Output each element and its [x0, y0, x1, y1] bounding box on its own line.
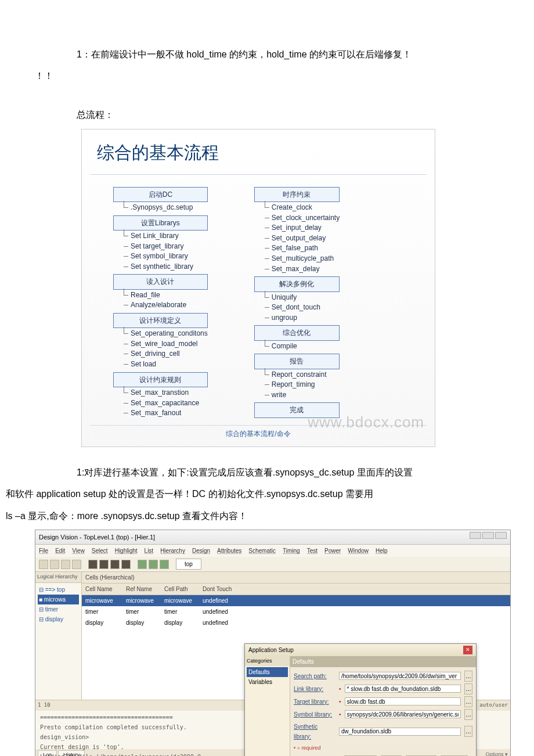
browse-icon[interactable]: … — [464, 696, 472, 707]
symbol-library-input[interactable] — [345, 710, 461, 718]
menu-view[interactable]: View — [72, 546, 85, 556]
tree-display[interactable]: ⊟ display — [38, 614, 79, 624]
fbox-timing: 时序约束 — [254, 187, 340, 202]
menu-schematic[interactable]: Schematic — [248, 546, 276, 556]
browse-icon[interactable]: … — [464, 683, 472, 694]
tree-top[interactable]: ⊟ ==> top — [38, 585, 79, 595]
maximize-icon[interactable] — [482, 532, 494, 539]
table-row[interactable]: timer timer timer undefined — [82, 606, 510, 617]
view-icon-2[interactable] — [99, 560, 109, 569]
toolbar: top — [35, 557, 510, 572]
view-icon-1[interactable] — [88, 560, 98, 569]
nav-icon-3[interactable] — [160, 560, 169, 569]
flowchart-left-column: 启动DC .Synopsys_dc.setup 设置Librarys Set L… — [113, 185, 208, 418]
dialog-categories: Categories Defaults Variables — [245, 656, 290, 756]
menu-select[interactable]: Select — [92, 546, 108, 556]
tree-timer[interactable]: ⊟ timer — [38, 604, 79, 614]
dialog-title: Application Setup — [248, 645, 294, 655]
p3c: ls –a 显示,命令：more .synopsys.dc.setup 查看文件… — [6, 511, 247, 521]
symbol-library-label: Symbol library: — [294, 710, 335, 719]
browse-icon[interactable]: … — [464, 671, 472, 682]
fbox-opt: 综合优化 — [254, 325, 340, 340]
table-mode[interactable]: Cells (Hierarchical) — [82, 572, 140, 583]
menu-edit[interactable]: Edit — [55, 546, 65, 556]
nav-icon-2[interactable] — [149, 560, 158, 569]
menu-hierarchy[interactable]: Hierarchy — [160, 546, 185, 556]
fbox-set-libs: 设置Librarys — [113, 215, 208, 231]
tool-icon[interactable] — [72, 560, 81, 569]
window-title: Design Vision - TopLevel.1 (top) - [Hier… — [35, 530, 510, 545]
browse-icon[interactable]: … — [464, 726, 472, 737]
search-path-label: Search path: — [294, 671, 335, 681]
menu-list[interactable]: List — [145, 546, 154, 556]
flowchart-title: 综合的基本流程 — [90, 135, 427, 175]
view-icon-3[interactable] — [110, 560, 120, 569]
p-overflow: 总流程： — [58, 107, 499, 123]
browse-icon[interactable]: … — [464, 709, 472, 720]
fbox-report: 报告 — [254, 354, 340, 369]
cat-defaults[interactable]: Defaults — [247, 667, 288, 677]
menu-design[interactable]: Design — [192, 546, 210, 556]
view-icon-4[interactable] — [121, 560, 131, 569]
tree-microwave[interactable]: ■ microwa — [38, 595, 79, 604]
flowchart-footer: 综合的基本流程/命令 — [90, 425, 427, 440]
table-row[interactable]: microwave microwave microwave undefined — [82, 595, 510, 606]
menu-test[interactable]: Test — [307, 546, 317, 556]
fbox-env: 设计环境定义 — [113, 313, 208, 328]
minimize-icon[interactable] — [470, 532, 481, 539]
synthetic-library-input[interactable] — [339, 728, 461, 736]
open-icon[interactable] — [39, 560, 48, 569]
dialog-close-icon[interactable]: ✕ — [463, 646, 472, 654]
menu-bar[interactable]: File Edit View Select Highlight List Hie… — [35, 545, 510, 557]
target-library-label: Target library: — [294, 697, 335, 707]
menu-power[interactable]: Power — [324, 546, 341, 556]
menu-attributes[interactable]: Attributes — [217, 546, 241, 556]
application-setup-dialog: Application Setup ✕ Categories Defaults … — [244, 643, 477, 756]
menu-file[interactable]: File — [39, 546, 48, 556]
p3b: 和软件 application setup 处的设置是否一样！DC 的初始化文件… — [6, 489, 373, 499]
menu-highlight[interactable]: Highlight — [115, 546, 138, 556]
flowchart-image: 综合的基本流程 启动DC .Synopsys_dc.setup 设置Librar… — [81, 129, 435, 448]
p1b: ！！ — [35, 71, 53, 81]
menu-help[interactable]: Help — [376, 546, 388, 556]
hierarchy-tree[interactable]: Logical Hierarchy ⊟ ==> top ■ microwa ⊟ … — [35, 572, 82, 700]
required-note: = required — [294, 744, 472, 753]
link-library-input[interactable] — [345, 685, 461, 693]
print-icon[interactable] — [61, 560, 70, 569]
screenshot: Design Vision - TopLevel.1 (top) - [Hier… — [35, 530, 511, 756]
fbox-constraints: 设计约束规则 — [113, 372, 208, 387]
p1: 1：在前端设计中一般不做 hold_time 的约束，hold_time 的约束… — [77, 49, 412, 59]
menu-window[interactable]: Window — [348, 546, 369, 556]
menu-timing[interactable]: Timing — [283, 546, 300, 556]
flowchart-right-column: 时序约束 Create_clock Set_clock_uncertainty … — [254, 185, 340, 418]
search-path-input[interactable] — [339, 672, 461, 680]
target-library-input[interactable] — [345, 697, 461, 705]
synthetic-library-label: Synthetic library: — [294, 722, 335, 741]
save-icon[interactable] — [50, 560, 59, 569]
nav-icon-1[interactable] — [138, 560, 147, 569]
hier-combo[interactable]: top — [176, 559, 201, 570]
fbox-multi: 解决多例化 — [254, 276, 340, 291]
fbox-done: 完成 — [254, 402, 340, 417]
cat-variables[interactable]: Variables — [247, 677, 288, 687]
fbox-start-dc: 启动DC — [113, 187, 208, 202]
link-library-label: Link library: — [294, 684, 335, 694]
fbox-read-design: 读入设计 — [113, 274, 208, 289]
p3a: 1:对库进行基本设置，如下:设置完成后应该查看.synopsys_dc.setu… — [77, 467, 413, 477]
table-row[interactable]: display display display undefined — [82, 617, 510, 628]
close-icon[interactable] — [495, 532, 507, 539]
